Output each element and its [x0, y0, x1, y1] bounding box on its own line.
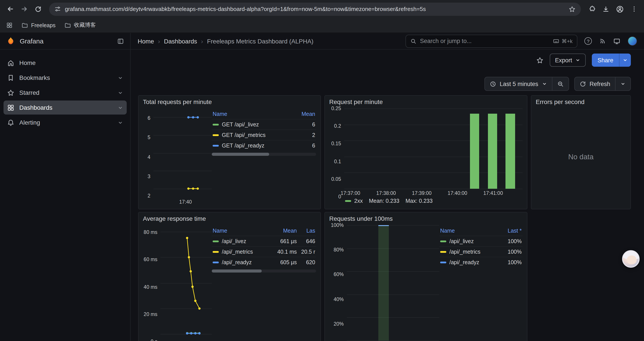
zoom-out-icon — [557, 81, 564, 87]
chevron-down-icon[interactable] — [118, 120, 123, 125]
legend-scrollbar[interactable] — [212, 153, 316, 156]
bookmark-star-icon[interactable] — [568, 6, 576, 13]
request-per-minute-chart[interactable]: 0.250.20.150.10.050 17:37:0017:38:0017:3… — [329, 108, 522, 197]
sidebar-item-home[interactable]: Home — [4, 56, 127, 70]
home-icon — [7, 59, 14, 67]
chevron-down-icon[interactable] — [118, 75, 123, 81]
legend-header-last[interactable]: Last * — [499, 226, 522, 236]
refresh-interval-dropdown[interactable] — [615, 77, 631, 91]
grafana-app: Grafana Home Bookmarks Starred — [0, 33, 644, 341]
extensions-icon[interactable] — [585, 3, 598, 16]
keyboard-icon — [553, 38, 560, 44]
dashboard-panels: Total requests per minute 65432 17:40 Na… — [131, 95, 644, 341]
legend-row[interactable]: GET /api/_metrics 2 — [212, 130, 316, 140]
breadcrumb-separator — [158, 38, 160, 45]
legend-row[interactable]: GET /api/_readyz 6 — [212, 140, 316, 151]
bookmark-folder-freeleaps[interactable]: Freeleaps — [22, 22, 56, 29]
user-avatar[interactable] — [628, 37, 637, 46]
panel-errors-per-second: Errors per second No data — [531, 95, 631, 209]
zoom-out-button[interactable] — [552, 77, 569, 91]
legend-header-name[interactable]: Name — [212, 226, 272, 236]
profile-icon[interactable] — [613, 3, 626, 16]
time-range-picker[interactable]: Last 5 minutes — [484, 77, 552, 91]
refresh-button[interactable]: Refresh — [574, 77, 616, 91]
legend-header-last[interactable]: Las — [298, 226, 316, 236]
panel-title[interactable]: Requests under 100ms — [325, 212, 527, 224]
chat-widget-avatar[interactable] — [622, 250, 640, 268]
chevron-down-icon[interactable] — [118, 105, 123, 110]
legend-header-mean[interactable]: Mean — [272, 226, 298, 236]
chevron-down-icon — [542, 81, 547, 87]
back-button[interactable] — [4, 3, 17, 16]
reload-button[interactable] — [32, 3, 45, 16]
refresh-icon — [579, 81, 586, 87]
legend-row[interactable]: /api/_livez 100% — [439, 236, 522, 246]
series-swatch — [345, 200, 351, 202]
series-swatch — [212, 134, 219, 136]
refresh-group: Refresh — [574, 77, 631, 91]
legend: 2xx Mean: 0.233 Max: 0.233 — [329, 197, 522, 205]
export-button[interactable]: Export — [550, 54, 586, 67]
scrollbar-thumb[interactable] — [212, 269, 262, 272]
menu-icon[interactable] — [627, 3, 640, 16]
legend-row[interactable]: /api/_livez 661 µs 646 — [212, 236, 316, 246]
sidebar-item-bookmarks[interactable]: Bookmarks — [4, 71, 127, 85]
series-swatch — [440, 240, 446, 242]
legend-header-mean[interactable]: Mean — [296, 109, 316, 119]
legend-row[interactable]: /api/_metrics 100% — [439, 246, 522, 257]
url-bar[interactable]: grafana.mathmast.com/d/deytv4rwavabkb/fr… — [49, 3, 581, 16]
legend-table: Name Mean Las /api/_livez 661 µs 646 — [212, 225, 316, 341]
legend-mean: Mean: 0.233 — [369, 198, 400, 204]
legend-scrollbar[interactable] — [212, 269, 316, 272]
legend-row[interactable]: /api/_readyz 100% — [439, 257, 522, 267]
legend-row[interactable]: /api/_metrics 40.1 ms 20.5 r — [212, 246, 316, 257]
folder-icon — [64, 22, 71, 29]
panel-title[interactable]: Average response time — [138, 212, 320, 224]
forward-button[interactable] — [18, 3, 31, 16]
legend-header-name[interactable]: Name — [212, 109, 296, 119]
average-response-chart[interactable]: 80 ms60 ms40 ms20 ms0 s 17:40 — [143, 225, 212, 341]
rss-icon[interactable] — [599, 38, 606, 44]
panel-requests-under-100ms: Requests under 100ms 100%80%60%40%20%0% … — [324, 212, 528, 341]
downloads-icon[interactable] — [599, 3, 612, 16]
collapse-sidebar-icon[interactable] — [117, 38, 124, 45]
panel-title[interactable]: Request per minute — [325, 96, 527, 108]
grafana-logo[interactable] — [6, 37, 15, 46]
scrollbar-thumb[interactable] — [212, 153, 269, 156]
site-settings-icon[interactable] — [54, 6, 61, 12]
total-requests-chart[interactable]: 65432 17:40 — [143, 108, 212, 205]
sidebar-nav: Home Bookmarks Starred Dashboards — [0, 50, 130, 129]
legend-row[interactable]: /api/_readyz 605 µs 620 — [212, 257, 316, 267]
legend-row[interactable]: GET /api/_livez 6 — [212, 119, 316, 130]
favorite-star-icon[interactable] — [536, 56, 544, 64]
breadcrumb-dashboards[interactable]: Dashboards — [164, 38, 197, 45]
panel-title[interactable]: Total requests per minute — [138, 96, 320, 108]
sidebar-item-alerting[interactable]: Alerting — [4, 115, 127, 129]
sidebar-brand-row: Grafana — [0, 33, 130, 50]
under-100ms-chart[interactable]: 100%80%60%40%20%0% 17:40 — [329, 225, 439, 341]
sidebar-item-label: Alerting — [19, 119, 113, 126]
chevron-down-icon — [575, 58, 580, 63]
breadcrumb-home[interactable]: Home — [138, 38, 154, 45]
share-button[interactable]: Share — [592, 54, 619, 67]
search-input[interactable]: Search or jump to... ⌘+k — [406, 35, 577, 48]
series-swatch — [212, 240, 219, 242]
bookmarks-bar: Freeleaps 收藏博客 — [0, 18, 644, 33]
panel-title[interactable]: Errors per second — [531, 96, 630, 108]
series-swatch — [212, 145, 219, 147]
bookmark-folder-blogs[interactable]: 收藏博客 — [64, 22, 96, 29]
display-icon[interactable] — [613, 38, 620, 45]
url-text[interactable]: grafana.mathmast.com/d/deytv4rwavabkb/fr… — [65, 6, 565, 12]
share-dropdown[interactable] — [619, 54, 631, 67]
time-controls: Last 5 minutes Refresh — [131, 77, 644, 91]
chevron-down-icon[interactable] — [118, 90, 123, 96]
sidebar-item-dashboards[interactable]: Dashboards — [4, 101, 127, 115]
sidebar-item-starred[interactable]: Starred — [4, 86, 127, 100]
legend-header-name[interactable]: Name — [439, 226, 499, 236]
help-icon[interactable] — [584, 37, 592, 45]
panel-total-requests: Total requests per minute 65432 17:40 Na… — [138, 95, 321, 209]
series-swatch — [440, 261, 446, 263]
legend-item[interactable]: 2xx — [345, 198, 363, 204]
apps-grid-icon[interactable] — [6, 22, 13, 29]
app-header: Home Dashboards Freeleaps Metrics Dashbo… — [131, 33, 644, 50]
